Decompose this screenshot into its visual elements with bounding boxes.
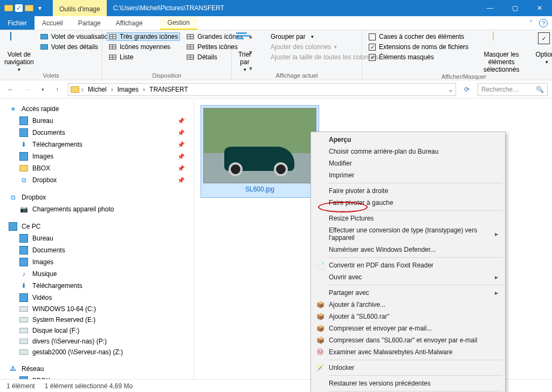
ctx-defender[interactable]: Numériser avec Windows Defender... (313, 244, 503, 256)
tree-item[interactable]: Documents (6, 244, 187, 256)
refresh-button[interactable]: ⟳ (460, 83, 473, 96)
pin-icon: 📌 (177, 153, 185, 160)
close-button[interactable]: ✕ (527, 0, 552, 16)
collapse-ribbon-icon[interactable]: ˄ (529, 19, 533, 27)
tree-item[interactable]: gestab2000 (\\Serveur-nas) (Z:) (6, 347, 187, 357)
tree-item[interactable]: WINDOWS 10-64 (C:) (6, 304, 187, 314)
archive-icon: 📦 (316, 300, 325, 309)
tree-item[interactable]: divers (\\Serveur-nas) (P:) (6, 336, 187, 347)
ctx-add-rar[interactable]: 📦Ajouter à "SL600.rar" (313, 311, 503, 322)
ctx-add-archive[interactable]: 📦Ajouter à l'archive... (313, 299, 503, 311)
tree-item[interactable]: Documents📌 (6, 127, 187, 139)
view-tab[interactable]: Affichage (108, 16, 150, 30)
ctx-unlocker[interactable]: 🪄Unlocker (313, 362, 503, 374)
ribbon-group-label: Disposition (107, 72, 227, 79)
folder-icon (19, 152, 28, 161)
tree-item[interactable]: Vidéos (6, 292, 187, 304)
tree-item[interactable]: Bureau (6, 232, 187, 244)
ctx-compress-mail2[interactable]: 📦Compresser dans "SL600.rar" et envoyer … (313, 334, 503, 346)
breadcrumb-seg[interactable]: Images (115, 86, 141, 93)
folder-icon (19, 128, 28, 137)
tree-item[interactable]: ⬇Téléchargements📌 (6, 139, 187, 150)
tree-item[interactable]: ⧉Dropbox📌 (6, 174, 187, 186)
file-thumbnail[interactable]: SL600.jpg (201, 105, 319, 198)
ctx-share-with[interactable]: Partager avec▸ (313, 287, 503, 299)
options-button[interactable]: ✓ Options ▾ (532, 32, 552, 73)
folder-icon (19, 164, 28, 173)
tree-item[interactable]: ♪Musique (6, 268, 187, 280)
star-icon: ★ (9, 105, 17, 113)
breadcrumb-drop-icon[interactable]: ⌄ (448, 86, 453, 93)
tree-item[interactable]: BBOX📌 (6, 162, 187, 174)
tree-item[interactable]: System Reserved (E:) (6, 314, 187, 325)
layout-list[interactable]: Liste (107, 53, 180, 61)
back-button[interactable]: ← (4, 83, 17, 96)
maximize-button[interactable]: ▢ (502, 0, 527, 16)
status-count: 1 élément (6, 382, 35, 390)
tool-tab-images[interactable]: Outils d'image (53, 0, 107, 16)
tree-dropbox[interactable]: ⧉Dropbox (6, 191, 187, 203)
computer-icon (19, 376, 28, 379)
minimize-button[interactable]: — (478, 0, 502, 16)
ribbon-group-label: Affichage actuel (236, 72, 357, 79)
ctx-resize-pictures[interactable]: Resize Pictures (313, 212, 503, 224)
tree-item[interactable]: Images📌 (6, 150, 187, 162)
layout-xlarge[interactable]: Très grandes icônes (107, 32, 180, 41)
chevron-down-icon: ▾ (244, 67, 246, 72)
ctx-restore-versions[interactable]: Restaurer les versions précédentes (313, 377, 503, 389)
network-icon: 🖧 (9, 365, 17, 373)
tree-item[interactable]: Bureau📌 (6, 115, 187, 127)
folder-icon (19, 258, 28, 266)
breadcrumb-seg[interactable]: Michel (86, 86, 109, 93)
home-tab[interactable]: Accueil (34, 16, 71, 30)
tree-this-pc[interactable]: Ce PC (6, 221, 187, 232)
sort-icon (236, 32, 253, 50)
ctx-compress-mail[interactable]: 📦Compresser et envoyer par e-mail... (313, 322, 503, 334)
checkbox-icon[interactable]: ✓ (15, 4, 23, 12)
forward-button[interactable]: → (22, 83, 34, 96)
breadcrumb[interactable]: › Michel› Images› TRANSFERT ⌄ (68, 83, 456, 96)
share-tab[interactable]: Partage (71, 16, 108, 30)
extensions-toggle[interactable]: ✓Extensions de noms de fichiers (367, 43, 471, 51)
ctx-rotate-right[interactable]: Faire pivoter à droite (313, 185, 503, 197)
tree-item[interactable]: BBOX (6, 375, 187, 379)
tree-network[interactable]: 🖧Réseau (6, 363, 187, 375)
drive-icon (19, 328, 28, 333)
checkbox-items-toggle[interactable]: Cases à cocher des éléments (367, 32, 471, 41)
ctx-open-with[interactable]: Ouvrir avec▸ (313, 271, 503, 283)
ctx-wallpaper[interactable]: Choisir comme arrière-plan du Bureau (313, 146, 503, 157)
context-menu: Aperçu Choisir comme arrière-plan du Bur… (310, 132, 506, 392)
ctx-rotate-left[interactable]: Faire pivoter à gauche (313, 197, 503, 209)
ctx-modify[interactable]: Modifier (313, 157, 503, 169)
breadcrumb-seg[interactable]: TRANSFERT (147, 86, 190, 93)
nav-tree[interactable]: ★Accès rapide Bureau📌 Documents📌 ⬇Téléch… (0, 99, 194, 379)
layout-medium[interactable]: Icônes moyennes (107, 43, 180, 51)
tree-item[interactable]: Disque local (F:) (6, 325, 187, 336)
manage-tab[interactable]: Gestion (160, 16, 197, 30)
file-tab[interactable]: Fichier (0, 16, 34, 30)
tree-item[interactable]: Images (6, 256, 187, 268)
tree-quick-access[interactable]: ★Accès rapide (6, 103, 187, 115)
menu-drop-icon[interactable]: ▾ (36, 4, 44, 12)
pin-icon: 📌 (177, 118, 185, 125)
pin-icon: 📌 (177, 165, 185, 172)
hide-selected-button[interactable]: Masquer les éléments sélectionnés (475, 32, 528, 73)
ctx-malwarebytes[interactable]: ⓂExaminer avec Malwarebytes Anti-Malware (313, 346, 503, 358)
up-button[interactable]: ↑ (51, 83, 64, 96)
tree-item[interactable]: 📷Chargements appareil photo (6, 203, 187, 215)
folder-icon (19, 246, 28, 255)
search-input[interactable]: Recherche…🔍 (478, 83, 548, 96)
ctx-foxit[interactable]: 📄Convertir en PDF dans Foxit Reader (313, 259, 503, 271)
ctx-print[interactable]: Imprimer (313, 169, 503, 181)
help-icon[interactable]: ? (539, 19, 548, 27)
shield-icon: Ⓜ (316, 348, 325, 356)
sort-button[interactable]: Trier par ▾ (236, 32, 253, 72)
ctx-preview[interactable]: Aperçu (313, 134, 503, 146)
navigation-pane-button[interactable]: Volet de navigation ▾ (4, 32, 34, 72)
download-icon: ⬇ (19, 140, 28, 149)
ctx-transtype[interactable]: Effectuer une conversion de type (transt… (313, 224, 503, 244)
options-icon: ✓ (538, 32, 552, 50)
hidden-toggle[interactable]: ✓Éléments masqués (367, 53, 471, 61)
recent-button[interactable]: ▾ (39, 83, 46, 96)
tree-item[interactable]: ⬇Téléchargements (6, 280, 187, 292)
